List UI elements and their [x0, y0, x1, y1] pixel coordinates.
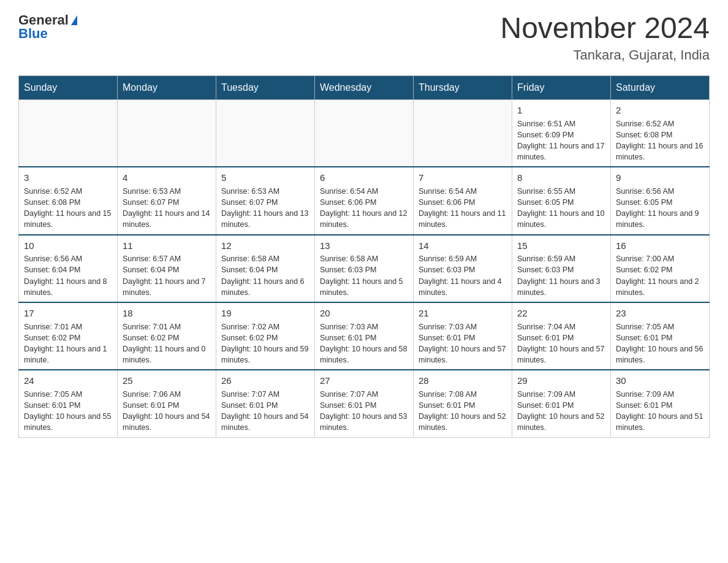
sunrise-text: Sunrise: 6:56 AM [24, 255, 82, 263]
sunset-text: Sunset: 6:05 PM [616, 198, 672, 207]
sunrise-text: Sunrise: 6:53 AM [123, 187, 181, 196]
sunset-text: Sunset: 6:05 PM [517, 198, 574, 207]
sunset-text: Sunset: 6:01 PM [419, 334, 475, 342]
day-number: 6 [320, 171, 408, 185]
sunset-text: Sunset: 6:04 PM [24, 266, 80, 274]
daylight-text: Daylight: 11 hours and 11 minutes. [419, 209, 506, 229]
sunset-text: Sunset: 6:06 PM [419, 198, 475, 207]
daylight-text: Daylight: 11 hours and 6 minutes. [221, 277, 305, 297]
calendar-cell: 25Sunrise: 7:06 AMSunset: 6:01 PMDayligh… [118, 370, 216, 437]
day-number: 12 [221, 239, 309, 253]
sunset-text: Sunset: 6:01 PM [221, 401, 278, 410]
sunrise-text: Sunrise: 6:52 AM [616, 120, 674, 128]
sunrise-text: Sunrise: 6:59 AM [517, 255, 575, 263]
sunset-text: Sunset: 6:01 PM [616, 334, 672, 342]
sunset-text: Sunset: 6:01 PM [517, 401, 574, 410]
day-number: 24 [24, 374, 112, 388]
sunset-text: Sunset: 6:03 PM [320, 266, 376, 274]
day-number: 18 [123, 307, 211, 320]
sunrise-text: Sunrise: 7:02 AM [221, 323, 279, 331]
day-number: 22 [517, 307, 605, 320]
daylight-text: Daylight: 11 hours and 1 minute. [24, 345, 107, 364]
month-title: November 2024 [500, 12, 710, 45]
day-number: 27 [320, 374, 408, 388]
sunset-text: Sunset: 6:01 PM [320, 401, 376, 410]
calendar-row: 1Sunrise: 6:51 AMSunset: 6:09 PMDaylight… [19, 99, 710, 167]
calendar-table: Sunday Monday Tuesday Wednesday Thursday… [18, 75, 710, 438]
sunrise-text: Sunrise: 7:03 AM [419, 323, 477, 331]
day-number: 14 [419, 239, 507, 253]
calendar-cell: 18Sunrise: 7:01 AMSunset: 6:02 PMDayligh… [118, 302, 216, 370]
calendar-cell: 28Sunrise: 7:08 AMSunset: 6:01 PMDayligh… [414, 370, 512, 437]
day-number: 30 [616, 374, 704, 388]
sunrise-text: Sunrise: 7:07 AM [320, 390, 378, 399]
calendar-cell: 4Sunrise: 6:53 AMSunset: 6:07 PMDaylight… [118, 167, 216, 234]
sunrise-text: Sunrise: 7:06 AM [123, 390, 181, 399]
calendar-cell: 7Sunrise: 6:54 AMSunset: 6:06 PMDaylight… [414, 167, 512, 234]
day-number: 19 [221, 307, 309, 320]
calendar-cell: 16Sunrise: 7:00 AMSunset: 6:02 PMDayligh… [611, 235, 710, 302]
sunset-text: Sunset: 6:06 PM [320, 198, 376, 207]
sunset-text: Sunset: 6:01 PM [517, 334, 574, 342]
day-number: 8 [517, 171, 605, 185]
daylight-text: Daylight: 10 hours and 57 minutes. [517, 345, 604, 364]
sunset-text: Sunset: 6:01 PM [24, 401, 80, 410]
day-number: 23 [616, 307, 704, 320]
day-number: 15 [517, 239, 605, 253]
sunrise-text: Sunrise: 7:00 AM [616, 255, 674, 263]
sunrise-text: Sunrise: 6:58 AM [320, 255, 378, 263]
daylight-text: Daylight: 11 hours and 5 minutes. [320, 277, 403, 297]
sunset-text: Sunset: 6:01 PM [419, 401, 475, 410]
day-number: 13 [320, 239, 408, 253]
sunrise-text: Sunrise: 6:59 AM [419, 255, 477, 263]
daylight-text: Daylight: 11 hours and 9 minutes. [616, 209, 699, 229]
daylight-text: Daylight: 11 hours and 16 minutes. [616, 142, 703, 161]
daylight-text: Daylight: 10 hours and 55 minutes. [24, 412, 111, 432]
sunset-text: Sunset: 6:04 PM [123, 266, 179, 274]
calendar-cell: 29Sunrise: 7:09 AMSunset: 6:01 PMDayligh… [512, 370, 611, 437]
sunset-text: Sunset: 6:02 PM [221, 334, 278, 342]
sunset-text: Sunset: 6:01 PM [616, 401, 672, 410]
calendar-cell: 23Sunrise: 7:05 AMSunset: 6:01 PMDayligh… [611, 302, 710, 370]
sunrise-text: Sunrise: 7:04 AM [517, 323, 575, 331]
calendar-cell: 15Sunrise: 6:59 AMSunset: 6:03 PMDayligh… [512, 235, 611, 302]
daylight-text: Daylight: 11 hours and 3 minutes. [517, 277, 601, 297]
sunrise-text: Sunrise: 7:09 AM [517, 390, 575, 399]
calendar-cell: 17Sunrise: 7:01 AMSunset: 6:02 PMDayligh… [19, 302, 118, 370]
logo-triangle-icon [71, 15, 77, 25]
logo-blue-text: Blue [18, 26, 48, 42]
sunset-text: Sunset: 6:02 PM [616, 266, 672, 274]
daylight-text: Daylight: 11 hours and 17 minutes. [517, 142, 604, 161]
sunrise-text: Sunrise: 7:09 AM [616, 390, 674, 399]
calendar-cell: 12Sunrise: 6:58 AMSunset: 6:04 PMDayligh… [216, 235, 315, 302]
calendar-row: 24Sunrise: 7:05 AMSunset: 6:01 PMDayligh… [19, 370, 710, 437]
daylight-text: Daylight: 11 hours and 14 minutes. [123, 209, 210, 229]
calendar-cell: 22Sunrise: 7:04 AMSunset: 6:01 PMDayligh… [512, 302, 611, 370]
calendar-cell: 21Sunrise: 7:03 AMSunset: 6:01 PMDayligh… [414, 302, 512, 370]
day-number: 4 [123, 171, 211, 185]
sunrise-text: Sunrise: 7:05 AM [616, 323, 674, 331]
daylight-text: Daylight: 10 hours and 51 minutes. [616, 412, 703, 432]
day-number: 11 [123, 239, 211, 253]
sunrise-text: Sunrise: 6:54 AM [320, 187, 378, 196]
sunrise-text: Sunrise: 6:52 AM [24, 187, 82, 196]
daylight-text: Daylight: 10 hours and 54 minutes. [123, 412, 210, 432]
day-number: 21 [419, 307, 507, 320]
calendar-cell [19, 99, 118, 167]
header-sunday: Sunday [19, 75, 118, 99]
sunrise-text: Sunrise: 6:56 AM [616, 187, 674, 196]
sunset-text: Sunset: 6:01 PM [123, 401, 179, 410]
daylight-text: Daylight: 11 hours and 2 minutes. [616, 277, 699, 297]
calendar-cell: 2Sunrise: 6:52 AMSunset: 6:08 PMDaylight… [611, 99, 710, 167]
day-number: 25 [123, 374, 211, 388]
day-number: 7 [419, 171, 507, 185]
calendar-cell: 24Sunrise: 7:05 AMSunset: 6:01 PMDayligh… [19, 370, 118, 437]
calendar-cell: 14Sunrise: 6:59 AMSunset: 6:03 PMDayligh… [414, 235, 512, 302]
day-number: 28 [419, 374, 507, 388]
sunset-text: Sunset: 6:08 PM [24, 198, 80, 207]
header-saturday: Saturday [611, 75, 710, 99]
day-number: 2 [616, 104, 704, 117]
calendar-cell: 13Sunrise: 6:58 AMSunset: 6:03 PMDayligh… [315, 235, 414, 302]
header: General Blue November 2024 Tankara, Guja… [18, 12, 710, 63]
calendar-cell: 26Sunrise: 7:07 AMSunset: 6:01 PMDayligh… [216, 370, 315, 437]
